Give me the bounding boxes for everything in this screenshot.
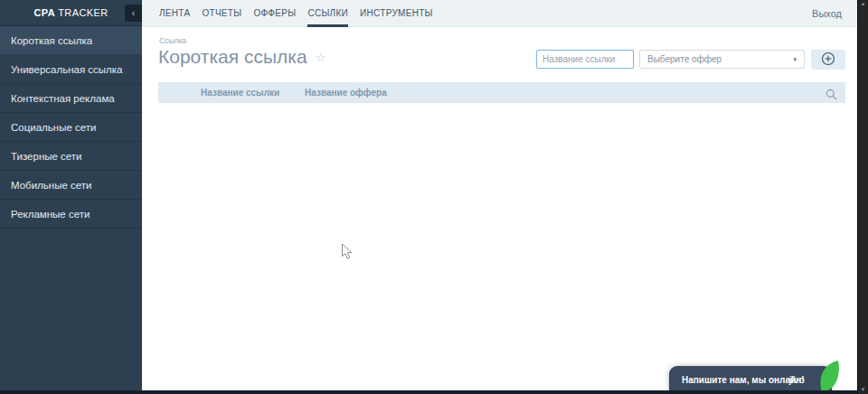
sidebar-collapse-button[interactable]: ‹ <box>125 5 142 22</box>
scroll-down-icon[interactable]: ▼ <box>858 387 868 392</box>
add-link-button[interactable] <box>811 50 845 70</box>
window-bottom-edge <box>0 390 857 394</box>
tab-links[interactable]: ССЫЛКИ <box>307 0 348 27</box>
sidebar-item-label: Универсальная ссылка <box>11 64 123 75</box>
sidebar-item-context-ads[interactable]: Контекстная реклама <box>0 84 142 113</box>
sidebar: CPA TRACKER ‹ Короткая ссылка Универсаль… <box>0 0 142 390</box>
search-icon[interactable] <box>826 87 837 108</box>
breadcrumb: Ссылка <box>159 36 186 45</box>
favorite-star-icon[interactable]: ☆ <box>316 51 326 64</box>
app-root: CPA TRACKER ‹ Короткая ссылка Универсаль… <box>0 0 868 394</box>
link-name-input[interactable] <box>536 50 634 69</box>
jivo-leaf-icon <box>819 361 841 394</box>
tab-reports[interactable]: ОТЧЕТЫ <box>202 0 241 27</box>
offer-select-value: Выберите оффер <box>647 54 722 64</box>
page-title: Короткая ссылка <box>158 46 307 68</box>
logout-link[interactable]: Выход <box>812 0 842 27</box>
main-content: Ссылка Короткая ссылка ☆ Выберите оффер … <box>142 27 857 390</box>
sidebar-item-ad-networks[interactable]: Рекламные сети <box>0 200 142 229</box>
sidebar-item-label: Тизерные сети <box>11 151 82 162</box>
sidebar-item-label: Рекламные сети <box>11 209 90 220</box>
jivo-logo: jivo <box>789 366 805 393</box>
brand-logo: CPA TRACKER <box>33 7 108 18</box>
brand-rest: TRACKER <box>55 7 108 18</box>
vertical-scrollbar[interactable]: ▲ ▼ <box>857 0 868 394</box>
title-row: Короткая ссылка ☆ <box>158 46 326 68</box>
tab-feed[interactable]: ЛЕНТА <box>159 0 190 27</box>
sidebar-item-label: Мобильные сети <box>11 180 91 191</box>
sidebar-item-social-networks[interactable]: Социальные сети <box>0 113 142 142</box>
topbar: ЛЕНТА ОТЧЕТЫ ОФФЕРЫ ССЫЛКИ ИНСТРУМЕНТЫ В… <box>142 0 857 27</box>
sidebar-item-teaser-networks[interactable]: Тизерные сети <box>0 142 142 171</box>
chevron-left-icon: ‹ <box>132 8 135 18</box>
brand-bold: CPA <box>33 7 55 18</box>
sidebar-item-label: Социальные сети <box>11 122 96 133</box>
sidebar-item-mobile-networks[interactable]: Мобильные сети <box>0 171 142 200</box>
table-header: Название ссылки Название оффера <box>158 82 845 103</box>
tab-offers[interactable]: ОФФЕРЫ <box>253 0 296 27</box>
chevron-down-icon: ▾ <box>793 51 797 69</box>
plus-circle-icon <box>821 52 835 69</box>
sidebar-item-universal-link[interactable]: Универсальная ссылка <box>0 55 142 84</box>
scroll-up-icon[interactable]: ▲ <box>858 1 868 6</box>
tab-tools[interactable]: ИНСТРУМЕНТЫ <box>360 0 433 27</box>
column-header-link-name[interactable]: Название ссылки <box>201 82 279 103</box>
column-header-offer-name[interactable]: Название оффера <box>305 82 387 103</box>
sidebar-item-label: Короткая ссылка <box>11 35 92 46</box>
offer-select[interactable]: Выберите оффер ▾ <box>639 50 805 69</box>
sidebar-header: CPA TRACKER ‹ <box>0 0 142 26</box>
sidebar-item-label: Контекстная реклама <box>11 93 115 104</box>
sidebar-item-short-link[interactable]: Короткая ссылка <box>0 26 142 55</box>
